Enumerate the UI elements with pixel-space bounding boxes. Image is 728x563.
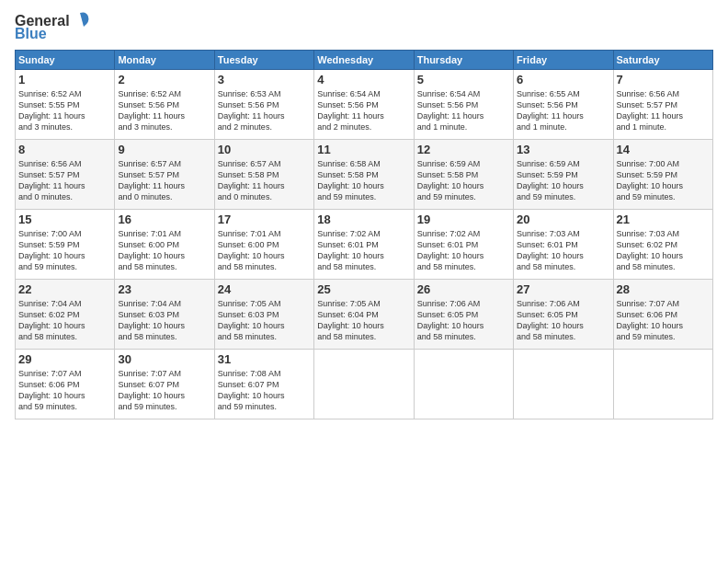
calendar-cell: 24Sunrise: 7:05 AMSunset: 6:03 PMDayligh… — [214, 280, 313, 350]
calendar-cell: 16Sunrise: 7:01 AMSunset: 6:00 PMDayligh… — [115, 210, 214, 280]
day-number: 2 — [118, 73, 210, 86]
day-info: Sunrise: 7:08 AMSunset: 6:07 PMDaylight:… — [218, 369, 285, 411]
day-number: 23 — [118, 282, 210, 296]
day-number: 27 — [517, 282, 609, 296]
day-info: Sunrise: 7:00 AMSunset: 5:59 PMDaylight:… — [18, 229, 85, 271]
day-info: Sunrise: 6:52 AMSunset: 5:55 PMDaylight:… — [18, 89, 85, 132]
calendar-cell: 21Sunrise: 7:03 AMSunset: 6:02 PMDayligh… — [613, 210, 712, 280]
calendar-cell: 22Sunrise: 7:04 AMSunset: 6:02 PMDayligh… — [16, 280, 115, 350]
calendar-cell — [314, 350, 414, 419]
day-number: 1 — [18, 73, 111, 86]
day-number: 24 — [218, 282, 311, 296]
calendar-cell: 27Sunrise: 7:06 AMSunset: 6:05 PMDayligh… — [514, 280, 613, 350]
day-number: 10 — [218, 143, 311, 156]
day-number: 7 — [617, 73, 710, 86]
day-info: Sunrise: 6:54 AMSunset: 5:56 PMDaylight:… — [317, 89, 384, 132]
day-number: 19 — [417, 213, 510, 226]
day-number: 9 — [118, 143, 210, 156]
calendar-week-4: 22Sunrise: 7:04 AMSunset: 6:02 PMDayligh… — [16, 280, 713, 350]
th-sunday: Sunday — [16, 51, 115, 70]
day-number: 6 — [517, 73, 609, 86]
calendar-week-5: 29Sunrise: 7:07 AMSunset: 6:06 PMDayligh… — [16, 350, 713, 419]
day-number: 8 — [18, 143, 111, 156]
calendar-cell: 29Sunrise: 7:07 AMSunset: 6:06 PMDayligh… — [16, 350, 115, 419]
calendar-cell — [514, 350, 613, 419]
day-number: 15 — [18, 213, 111, 226]
day-number: 14 — [617, 143, 710, 156]
day-info: Sunrise: 6:55 AMSunset: 5:56 PMDaylight:… — [517, 89, 584, 132]
day-number: 21 — [617, 213, 710, 226]
day-number: 17 — [218, 213, 311, 226]
calendar-cell: 19Sunrise: 7:02 AMSunset: 6:01 PMDayligh… — [414, 210, 513, 280]
calendar-cell: 26Sunrise: 7:06 AMSunset: 6:05 PMDayligh… — [414, 280, 513, 350]
page: General Blue Sunday Monday Tuesday Wedne… — [0, 0, 728, 563]
calendar-cell: 4Sunrise: 6:54 AMSunset: 5:56 PMDaylight… — [314, 70, 414, 140]
day-info: Sunrise: 7:03 AMSunset: 6:01 PMDaylight:… — [517, 229, 584, 271]
day-info: Sunrise: 7:05 AMSunset: 6:04 PMDaylight:… — [317, 299, 384, 341]
calendar-cell: 18Sunrise: 7:02 AMSunset: 6:01 PMDayligh… — [314, 210, 414, 280]
day-number: 5 — [417, 73, 510, 86]
calendar-week-2: 8Sunrise: 6:56 AMSunset: 5:57 PMDaylight… — [16, 140, 713, 210]
th-tuesday: Tuesday — [214, 51, 313, 70]
day-info: Sunrise: 7:06 AMSunset: 6:05 PMDaylight:… — [517, 299, 584, 341]
day-info: Sunrise: 6:56 AMSunset: 5:57 PMDaylight:… — [617, 89, 684, 132]
calendar-cell: 7Sunrise: 6:56 AMSunset: 5:57 PMDaylight… — [613, 70, 712, 140]
calendar-table: Sunday Monday Tuesday Wednesday Thursday… — [15, 50, 713, 419]
day-number: 25 — [317, 282, 410, 296]
day-number: 18 — [317, 213, 410, 226]
calendar-cell: 30Sunrise: 7:07 AMSunset: 6:07 PMDayligh… — [115, 350, 214, 419]
logo-bird-icon — [70, 11, 90, 31]
day-number: 26 — [417, 282, 510, 296]
calendar-cell: 8Sunrise: 6:56 AMSunset: 5:57 PMDaylight… — [16, 140, 115, 210]
header: General Blue — [15, 11, 713, 42]
calendar-cell: 20Sunrise: 7:03 AMSunset: 6:01 PMDayligh… — [514, 210, 613, 280]
day-info: Sunrise: 6:57 AMSunset: 5:57 PMDaylight:… — [118, 159, 185, 201]
calendar-cell: 31Sunrise: 7:08 AMSunset: 6:07 PMDayligh… — [214, 350, 313, 419]
calendar-cell: 14Sunrise: 7:00 AMSunset: 5:59 PMDayligh… — [613, 140, 712, 210]
calendar-cell: 28Sunrise: 7:07 AMSunset: 6:06 PMDayligh… — [613, 280, 712, 350]
calendar-cell: 13Sunrise: 6:59 AMSunset: 5:59 PMDayligh… — [514, 140, 613, 210]
calendar-cell: 9Sunrise: 6:57 AMSunset: 5:57 PMDaylight… — [115, 140, 214, 210]
day-info: Sunrise: 6:57 AMSunset: 5:58 PMDaylight:… — [218, 159, 285, 201]
calendar-cell: 25Sunrise: 7:05 AMSunset: 6:04 PMDayligh… — [314, 280, 414, 350]
day-info: Sunrise: 6:56 AMSunset: 5:57 PMDaylight:… — [18, 159, 85, 201]
calendar-cell — [613, 350, 712, 419]
day-info: Sunrise: 6:53 AMSunset: 5:56 PMDaylight:… — [218, 89, 285, 132]
logo: General Blue — [15, 11, 90, 42]
calendar-cell: 12Sunrise: 6:59 AMSunset: 5:58 PMDayligh… — [414, 140, 513, 210]
day-info: Sunrise: 7:07 AMSunset: 6:06 PMDaylight:… — [18, 369, 85, 411]
day-info: Sunrise: 7:01 AMSunset: 6:00 PMDaylight:… — [118, 229, 185, 271]
calendar-cell: 5Sunrise: 6:54 AMSunset: 5:56 PMDaylight… — [414, 70, 513, 140]
calendar-cell: 1Sunrise: 6:52 AMSunset: 5:55 PMDaylight… — [16, 70, 115, 140]
day-number: 30 — [118, 352, 210, 366]
day-info: Sunrise: 7:05 AMSunset: 6:03 PMDaylight:… — [218, 299, 285, 341]
th-saturday: Saturday — [613, 51, 712, 70]
calendar-cell: 10Sunrise: 6:57 AMSunset: 5:58 PMDayligh… — [214, 140, 313, 210]
day-info: Sunrise: 7:04 AMSunset: 6:02 PMDaylight:… — [18, 299, 85, 341]
calendar-cell: 17Sunrise: 7:01 AMSunset: 6:00 PMDayligh… — [214, 210, 313, 280]
weekday-header-row: Sunday Monday Tuesday Wednesday Thursday… — [16, 51, 713, 70]
day-info: Sunrise: 7:04 AMSunset: 6:03 PMDaylight:… — [118, 299, 185, 341]
th-thursday: Thursday — [414, 51, 513, 70]
day-number: 3 — [218, 73, 311, 86]
day-number: 22 — [18, 282, 111, 296]
calendar-cell — [414, 350, 513, 419]
calendar-week-3: 15Sunrise: 7:00 AMSunset: 5:59 PMDayligh… — [16, 210, 713, 280]
day-info: Sunrise: 7:00 AMSunset: 5:59 PMDaylight:… — [617, 159, 684, 201]
day-number: 12 — [417, 143, 510, 156]
day-info: Sunrise: 7:07 AMSunset: 6:07 PMDaylight:… — [118, 369, 185, 411]
day-info: Sunrise: 6:59 AMSunset: 5:59 PMDaylight:… — [517, 159, 584, 201]
day-number: 29 — [18, 352, 111, 366]
day-info: Sunrise: 6:52 AMSunset: 5:56 PMDaylight:… — [118, 89, 185, 132]
day-number: 28 — [617, 282, 710, 296]
calendar-cell: 6Sunrise: 6:55 AMSunset: 5:56 PMDaylight… — [514, 70, 613, 140]
day-info: Sunrise: 6:54 AMSunset: 5:56 PMDaylight:… — [417, 89, 484, 132]
calendar-cell: 23Sunrise: 7:04 AMSunset: 6:03 PMDayligh… — [115, 280, 214, 350]
calendar-cell: 11Sunrise: 6:58 AMSunset: 5:58 PMDayligh… — [314, 140, 414, 210]
day-info: Sunrise: 7:03 AMSunset: 6:02 PMDaylight:… — [617, 229, 684, 271]
th-friday: Friday — [514, 51, 613, 70]
logo-container: General Blue — [15, 11, 90, 42]
day-info: Sunrise: 6:59 AMSunset: 5:58 PMDaylight:… — [417, 159, 484, 201]
day-info: Sunrise: 7:02 AMSunset: 6:01 PMDaylight:… — [317, 229, 384, 271]
day-info: Sunrise: 7:06 AMSunset: 6:05 PMDaylight:… — [417, 299, 484, 341]
